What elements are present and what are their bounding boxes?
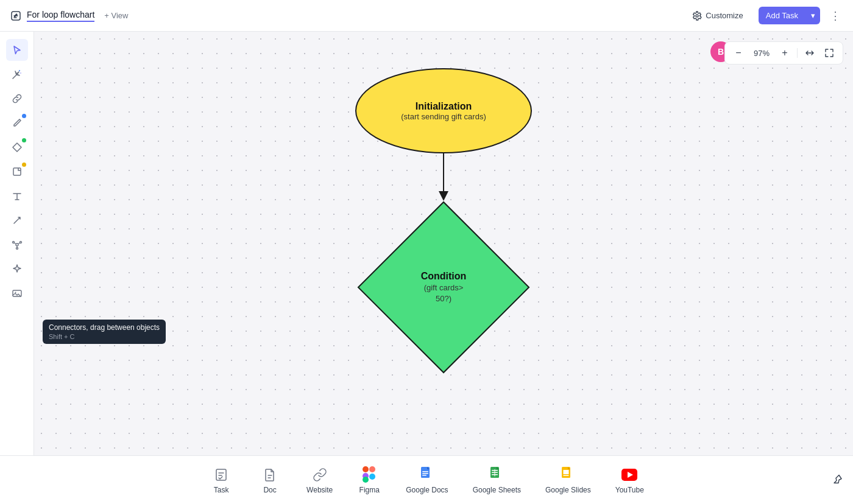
fullscreen-icon (824, 48, 834, 58)
add-view-button[interactable]: + View (99, 9, 133, 23)
main-layout: Connectors, drag between objects Shift +… (0, 32, 853, 455)
condition-sub1: (gift cards> (424, 283, 464, 292)
bottom-youtube[interactable]: YouTube (603, 461, 656, 499)
condition-content: Condition (gift cards> 50?) (421, 271, 467, 304)
shape-tool-button[interactable] (6, 136, 28, 158)
google-sheets-icon (488, 466, 505, 483)
canvas-area[interactable]: B − 97% + (34, 32, 853, 455)
svg-point-4 (16, 243, 18, 246)
svg-rect-21 (422, 475, 426, 476)
sparkle-icon (12, 264, 23, 275)
sticky-note-icon (12, 166, 23, 177)
bottom-google-docs[interactable]: Google Docs (394, 461, 460, 499)
yellow-dot (22, 163, 26, 167)
fit-width-button[interactable] (802, 46, 817, 60)
svg-rect-20 (422, 473, 428, 474)
svg-rect-28 (564, 470, 569, 474)
svg-rect-13 (363, 466, 369, 472)
task-icon (213, 466, 230, 483)
youtube-label: YouTube (615, 486, 644, 494)
pen-tool-button[interactable] (6, 112, 28, 134)
website-icon (311, 466, 328, 483)
youtube-icon (621, 466, 638, 483)
add-task-dropdown-arrow[interactable]: ▾ (806, 7, 820, 24)
left-sidebar (0, 32, 34, 455)
more-options-button[interactable]: ⋮ (827, 7, 843, 25)
pen-icon (12, 117, 23, 128)
network-icon (12, 239, 23, 250)
link-icon (12, 93, 23, 104)
magic-tool-button[interactable] (6, 63, 28, 85)
image-icon (12, 288, 23, 299)
google-docs-label: Google Docs (406, 486, 448, 494)
zoom-value: 97% (751, 49, 773, 58)
magic-icon (11, 68, 23, 80)
pin-icon (832, 473, 843, 487)
header-left: For loop flowchart + View (10, 9, 133, 23)
svg-rect-16 (363, 477, 369, 483)
connector-icon (12, 215, 23, 226)
task-label: Task (214, 486, 229, 494)
google-slides-label: Google Slides (545, 486, 591, 494)
page-title: For loop flowchart (27, 10, 94, 22)
green-dot (22, 138, 26, 142)
doc-label: Doc (263, 486, 276, 494)
network-tool-button[interactable] (6, 234, 28, 256)
svg-rect-3 (13, 168, 21, 175)
select-tool-button[interactable] (6, 39, 28, 61)
condition-sub2: 50?) (436, 294, 451, 303)
header-right: Customize Add Task ▾ ⋮ (684, 7, 843, 25)
zoom-out-button[interactable]: − (731, 46, 746, 60)
svg-rect-19 (422, 471, 428, 472)
google-docs-icon (419, 466, 436, 483)
cursor-icon (12, 44, 23, 55)
svg-rect-12 (216, 469, 226, 480)
down-arrow-svg (437, 153, 450, 202)
condition-node-wrapper[interactable]: Condition (gift cards> 50?) (358, 202, 529, 373)
google-slides-icon (559, 466, 576, 483)
text-icon (12, 191, 23, 201)
sticky-tool-button[interactable] (6, 161, 28, 183)
svg-point-7 (16, 248, 18, 250)
bottom-figma[interactable]: Figma (345, 461, 394, 499)
add-task-button[interactable]: Add Task ▾ (759, 7, 820, 24)
diamond-icon (12, 142, 23, 153)
svg-point-1 (19, 70, 20, 71)
svg-point-2 (20, 72, 21, 73)
gear-icon (692, 11, 702, 21)
bottom-task[interactable]: Task (197, 461, 246, 499)
blue-dot (22, 114, 26, 118)
svg-point-17 (369, 474, 375, 480)
customize-button[interactable]: Customize (684, 7, 751, 25)
link-tool-button[interactable] (6, 88, 28, 110)
initialization-node[interactable]: Initialization (start sending gift cards… (355, 68, 532, 153)
condition-title: Condition (421, 271, 467, 281)
bottom-doc[interactable]: Doc (246, 461, 294, 499)
text-tool-button[interactable] (6, 185, 28, 207)
bottom-bar: Task Doc Website (0, 455, 853, 504)
svg-rect-29 (564, 475, 569, 476)
logo-icon (10, 10, 22, 22)
bottom-website[interactable]: Website (294, 461, 345, 499)
svg-point-9 (15, 292, 16, 293)
header: For loop flowchart + View Customize Add … (0, 0, 853, 32)
google-sheets-label: Google Sheets (473, 486, 521, 494)
flowchart: Initialization (start sending gift cards… (322, 68, 565, 373)
connector-tool-button[interactable] (6, 209, 28, 231)
figma-icon (361, 466, 378, 483)
svg-rect-14 (369, 466, 375, 472)
image-tool-button[interactable] (6, 282, 28, 304)
bottom-google-sheets[interactable]: Google Sheets (461, 461, 533, 499)
website-label: Website (306, 486, 333, 494)
doc-icon (261, 466, 278, 483)
arrow-down (322, 153, 565, 202)
fit-width-icon (805, 48, 815, 58)
zoom-in-button[interactable]: + (777, 46, 792, 60)
figma-label: Figma (359, 486, 380, 494)
bottom-google-slides[interactable]: Google Slides (533, 461, 603, 499)
initialization-title: Initialization (416, 101, 472, 112)
ai-tool-button[interactable] (6, 258, 28, 280)
initialization-subtitle: (start sending gift cards) (401, 112, 486, 121)
fullscreen-button[interactable] (822, 46, 837, 60)
zoom-controls: − 97% + (724, 41, 843, 65)
